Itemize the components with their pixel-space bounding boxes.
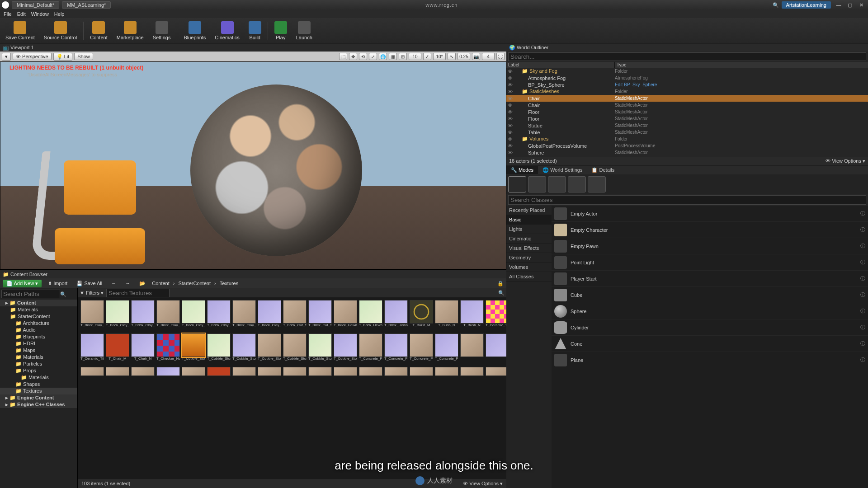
asset-item[interactable]: T_Concrete_Panels_N: [384, 333, 408, 365]
asset-item[interactable]: T_Brick_Clay_Beveled_M: [106, 300, 129, 332]
asset-item[interactable]: [283, 367, 307, 376]
tree-node[interactable]: 📁 StarterContent: [0, 313, 77, 320]
info-icon[interactable]: ⓘ: [860, 324, 865, 331]
paint-mode-icon[interactable]: [528, 176, 546, 192]
asset-item[interactable]: [359, 367, 382, 376]
maximize-button[interactable]: ▢: [845, 2, 855, 8]
place-actor-item[interactable]: Cone ⓘ: [552, 336, 868, 352]
minimize-button[interactable]: —: [834, 2, 844, 8]
cinematics-button[interactable]: Cinematics: [212, 20, 242, 41]
landscape-mode-icon[interactable]: [548, 176, 566, 192]
tree-node[interactable]: ▸ 📁 Engine C++ Classes: [0, 401, 77, 408]
account-chip[interactable]: ArtstationLearning: [782, 1, 831, 9]
save-all-button[interactable]: 💾 Save All: [74, 280, 105, 287]
visibility-icon[interactable]: 👁: [506, 69, 514, 74]
scale-snap-icon[interactable]: ⤡: [448, 53, 456, 60]
col-type[interactable]: Type: [615, 62, 868, 68]
asset-grid[interactable]: T_Brick_Clay_Beveled_D T_Brick_Clay_Beve…: [78, 297, 506, 479]
asset-item[interactable]: [80, 367, 104, 376]
visibility-icon[interactable]: 👁: [506, 109, 514, 115]
menu-window[interactable]: Window: [31, 11, 49, 17]
add-new-button[interactable]: 📄 Add New ▾: [3, 280, 42, 287]
tree-node[interactable]: 📁 Materials: [0, 374, 77, 381]
cat-volumes[interactable]: Volumes: [506, 263, 552, 272]
asset-item[interactable]: T_Brick_Clay_Old_D: [232, 300, 256, 332]
asset-item[interactable]: [334, 367, 357, 376]
asset-item[interactable]: [106, 367, 129, 376]
asset-item[interactable]: [460, 333, 484, 365]
info-icon[interactable]: ⓘ: [860, 357, 865, 363]
grid-snap-icon[interactable]: ⊞: [399, 53, 407, 60]
place-actor-item[interactable]: Cylinder ⓘ: [552, 319, 868, 336]
visibility-icon[interactable]: 👁: [506, 103, 514, 108]
asset-item[interactable]: [182, 367, 205, 376]
visibility-icon[interactable]: 👁: [506, 123, 514, 128]
breadcrumb-starter[interactable]: StarterContent: [178, 281, 211, 286]
tree-node[interactable]: 📁 Maps: [0, 347, 77, 354]
menu-help[interactable]: Help: [54, 11, 65, 17]
marketplace-button[interactable]: Marketplace: [114, 20, 146, 41]
tree-node[interactable]: 📁 Audio: [0, 327, 77, 333]
show-button[interactable]: Show: [74, 53, 93, 60]
outliner-row[interactable]: 👁 GlobalPostProcessVolume PostProcessVol…: [506, 142, 868, 149]
source-control-button[interactable]: Source Control: [41, 20, 80, 41]
transform-rotate-icon[interactable]: ⟲: [359, 53, 367, 60]
info-icon[interactable]: ⓘ: [860, 275, 865, 282]
asset-item[interactable]: [410, 367, 433, 376]
geometry-mode-icon[interactable]: [588, 176, 606, 192]
info-icon[interactable]: ⓘ: [860, 210, 865, 217]
col-label[interactable]: Label: [506, 62, 615, 68]
lock-icon[interactable]: 🔒: [497, 281, 504, 286]
asset-item[interactable]: T_Concrete_Poured_N: [435, 333, 458, 365]
tree-node[interactable]: 📁 HDRI: [0, 340, 77, 347]
search-icon[interactable]: 🔍: [498, 290, 505, 296]
asset-item[interactable]: T_Ceramic_Tile_M: [486, 300, 506, 332]
place-actor-item[interactable]: Plane ⓘ: [552, 352, 868, 368]
cat-visual-effects[interactable]: Visual Effects: [506, 244, 552, 253]
blueprints-button[interactable]: Blueprints: [181, 20, 208, 41]
asset-item[interactable]: T_Bush_D: [435, 300, 458, 332]
visibility-icon[interactable]: 👁: [506, 130, 514, 135]
cat-cinematic[interactable]: Cinematic: [506, 234, 552, 244]
asset-item[interactable]: T_Brick_Hewn_Stone_D: [334, 300, 357, 332]
asset-item[interactable]: [232, 367, 256, 376]
outliner-row[interactable]: 👁 Floor StaticMeshActor: [506, 108, 868, 115]
outliner-row[interactable]: 👁 Table StaticMeshActor: [506, 129, 868, 136]
asset-item[interactable]: T_Cobble_Stone_Pebble_M: [207, 333, 231, 365]
level-tab-1[interactable]: Minimal_Default*: [12, 1, 59, 9]
asset-item[interactable]: [207, 367, 231, 376]
outliner-row[interactable]: 👁 Statue StaticMeshActor: [506, 122, 868, 129]
outliner-row[interactable]: 👁 Atmospheric Fog AtmosphericFog: [506, 75, 868, 81]
place-actor-item[interactable]: Empty Actor ⓘ: [552, 206, 868, 222]
content-button[interactable]: Content: [87, 20, 110, 41]
info-icon[interactable]: ⓘ: [860, 243, 865, 249]
transform-select-icon[interactable]: ⬚: [339, 53, 347, 60]
level-tab-2[interactable]: MM_ASLearning*: [62, 1, 111, 9]
surface-snap-icon[interactable]: ▦: [389, 53, 397, 60]
asset-item[interactable]: T_Cobble_Stone_Smooth_M: [308, 333, 332, 365]
outliner-view-options[interactable]: 👁 View Options ▾: [826, 158, 865, 164]
breadcrumb-content[interactable]: Content: [152, 281, 170, 286]
tree-node[interactable]: 📁 Materials: [0, 354, 77, 361]
place-actor-item[interactable]: Cube ⓘ: [552, 287, 868, 303]
content-browser-tab[interactable]: 📁 Content Browser: [3, 272, 47, 277]
search-docs-icon[interactable]: 🔍: [773, 2, 779, 8]
place-actor-item[interactable]: Sphere ⓘ: [552, 303, 868, 319]
asset-item[interactable]: [486, 333, 506, 365]
asset-item[interactable]: [384, 367, 408, 376]
place-actor-item[interactable]: Point Light ⓘ: [552, 254, 868, 271]
outliner-search-input[interactable]: [508, 52, 866, 61]
place-actor-item[interactable]: Empty Pawn ⓘ: [552, 238, 868, 254]
import-button[interactable]: ⬆ Import: [45, 280, 70, 287]
visibility-icon[interactable]: 👁: [506, 136, 514, 142]
asset-item[interactable]: T_Concrete_Poured_D: [410, 333, 433, 365]
filters-button[interactable]: ▼ Filters ▾: [80, 290, 104, 296]
tab-world-settings[interactable]: 🌐 World Settings: [538, 166, 587, 174]
tree-node[interactable]: 📁 Props: [0, 367, 77, 374]
asset-item[interactable]: T_Brick_Cut_Stone_D: [283, 300, 307, 332]
asset-item[interactable]: T_Burst_M: [410, 300, 433, 332]
asset-item[interactable]: T_Cobble_Stone_Smooth_N: [334, 333, 357, 365]
cat-geometry[interactable]: Geometry: [506, 253, 552, 263]
dropdown-icon[interactable]: ▾: [2, 53, 11, 61]
visibility-icon[interactable]: 👁: [506, 82, 514, 88]
